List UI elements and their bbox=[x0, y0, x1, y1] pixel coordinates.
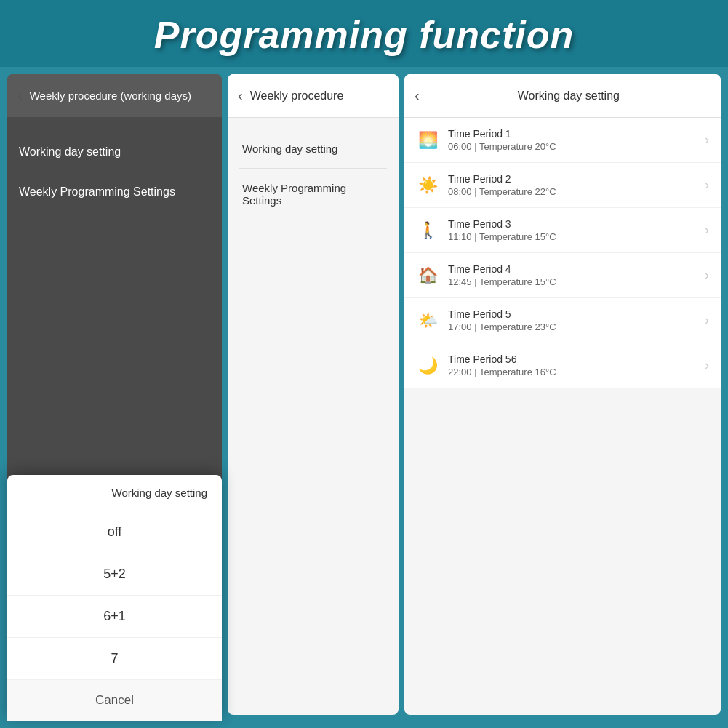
time-period-icon-2: ☀️ bbox=[416, 174, 439, 197]
chevron-right-icon-1: › bbox=[705, 132, 709, 148]
popup-option-5plus2[interactable]: 5+2 bbox=[7, 553, 222, 596]
popup-cancel[interactable]: Cancel bbox=[7, 680, 222, 721]
popup-option-7[interactable]: 7 bbox=[7, 638, 222, 680]
popup-overlay: Working day setting off 5+2 6+1 7 Cancel bbox=[7, 475, 222, 721]
time-period-row-4[interactable]: 🏠Time Period 412:45 | Temperature 15°C› bbox=[404, 253, 721, 298]
time-period-info-3: Time Period 311:10 | Temperature 15°C bbox=[448, 218, 696, 242]
chevron-right-icon-2: › bbox=[705, 177, 709, 193]
time-period-icon-5: 🌤️ bbox=[416, 309, 439, 332]
time-period-name-3: Time Period 3 bbox=[448, 218, 696, 230]
panel-right-content: 🌅Time Period 106:00 | Temperature 20°C›☀… bbox=[404, 118, 721, 388]
time-period-name-6: Time Period 56 bbox=[448, 353, 696, 365]
time-period-icon-1: 🌅 bbox=[416, 129, 439, 152]
time-period-name-4: Time Period 4 bbox=[448, 263, 696, 275]
time-period-info-5: Time Period 517:00 | Temperature 23°C bbox=[448, 308, 696, 332]
dark-item-working-day[interactable]: Working day setting bbox=[19, 132, 210, 172]
panel-light-header-title: Weekly procedure bbox=[250, 89, 344, 103]
chevron-right-icon-5: › bbox=[705, 313, 709, 328]
panel-dark-header-title: Weekly procedure (working days) bbox=[30, 89, 191, 102]
time-period-row-5[interactable]: 🌤️Time Period 517:00 | Temperature 23°C› bbox=[404, 298, 721, 343]
time-period-row-3[interactable]: 🚶Time Period 311:10 | Temperature 15°C› bbox=[404, 208, 721, 253]
time-period-detail-5: 17:00 | Temperature 23°C bbox=[448, 321, 696, 332]
time-period-name-5: Time Period 5 bbox=[448, 308, 696, 320]
panel-dark-header: ‹ Weekly procedure (working days) bbox=[7, 74, 222, 117]
chevron-right-icon-4: › bbox=[705, 268, 709, 283]
chevron-right-icon-3: › bbox=[705, 223, 709, 238]
dark-item-weekly-programming[interactable]: Weekly Programming Settings bbox=[19, 172, 210, 212]
time-period-detail-6: 22:00 | Temperature 16°C bbox=[448, 367, 696, 377]
time-period-row-2[interactable]: ☀️Time Period 208:00 | Temperature 22°C› bbox=[404, 163, 721, 208]
panel-right: ‹ Working day setting 🌅Time Period 106:0… bbox=[404, 74, 721, 715]
popup-option-6plus1[interactable]: 6+1 bbox=[7, 596, 222, 638]
time-period-info-6: Time Period 5622:00 | Temperature 16°C bbox=[448, 353, 696, 377]
panel-right-header-title: Working day setting bbox=[427, 89, 711, 103]
chevron-right-icon-6: › bbox=[705, 358, 709, 373]
time-period-detail-3: 11:10 | Temperature 15°C bbox=[448, 231, 696, 242]
light-item-weekly-programming[interactable]: Weekly Programming Settings bbox=[239, 169, 387, 220]
panel-light: ‹ Weekly procedure Working day setting W… bbox=[228, 74, 399, 715]
time-period-icon-4: 🏠 bbox=[416, 264, 439, 287]
time-period-info-4: Time Period 412:45 | Temperature 15°C bbox=[448, 263, 696, 287]
light-item-working-day[interactable]: Working day setting bbox=[239, 129, 387, 169]
time-period-name-1: Time Period 1 bbox=[448, 128, 696, 140]
panel-dark-back-arrow[interactable]: ‹ bbox=[17, 87, 23, 104]
time-period-name-2: Time Period 2 bbox=[448, 173, 696, 185]
time-period-icon-3: 🚶 bbox=[416, 219, 439, 242]
time-period-detail-4: 12:45 | Temperature 15°C bbox=[448, 276, 696, 287]
time-period-info-1: Time Period 106:00 | Temperature 20°C bbox=[448, 128, 696, 152]
time-period-info-2: Time Period 208:00 | Temperature 22°C bbox=[448, 173, 696, 197]
panel-light-back-arrow[interactable]: ‹ bbox=[238, 87, 243, 104]
time-period-detail-2: 08:00 | Temperature 22°C bbox=[448, 186, 696, 197]
panel-light-content: Working day setting Weekly Programming S… bbox=[228, 118, 399, 232]
panel-right-header: ‹ Working day setting bbox=[404, 74, 721, 118]
time-period-row-1[interactable]: 🌅Time Period 106:00 | Temperature 20°C› bbox=[404, 118, 721, 163]
page-header: Programming function bbox=[0, 0, 728, 67]
time-period-row-6[interactable]: 🌙Time Period 5622:00 | Temperature 16°C› bbox=[404, 343, 721, 388]
panel-light-header: ‹ Weekly procedure bbox=[228, 74, 399, 118]
popup-header: Working day setting bbox=[7, 475, 222, 511]
page-title: Programming function bbox=[154, 14, 575, 56]
popup-option-off[interactable]: off bbox=[7, 511, 222, 553]
time-period-icon-6: 🌙 bbox=[416, 354, 439, 377]
panel-right-back-arrow[interactable]: ‹ bbox=[415, 87, 420, 104]
time-period-detail-1: 06:00 | Temperature 20°C bbox=[448, 141, 696, 152]
panel-right-footer bbox=[404, 388, 721, 432]
